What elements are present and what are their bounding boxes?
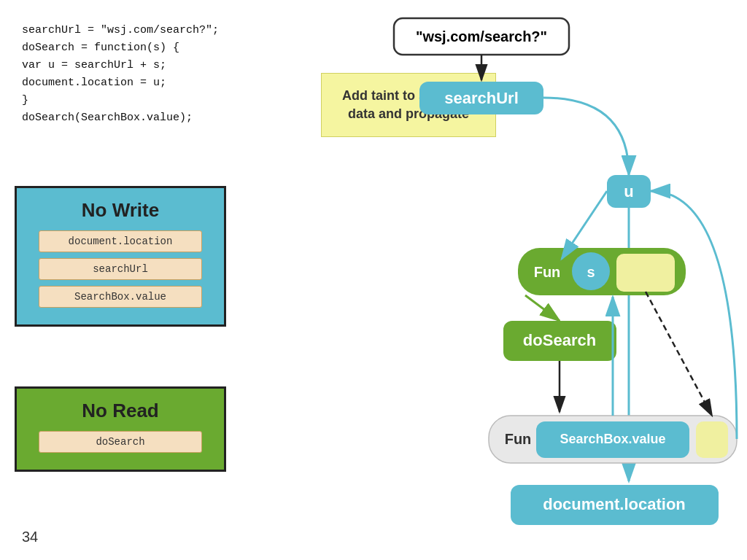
no-read-box: No Read doSearch: [15, 386, 226, 472]
svg-text:SearchBox.value: SearchBox.value: [560, 432, 665, 446]
no-write-item-3: SearchBox.value: [39, 286, 202, 308]
code-line-6: doSearch(SearchBox.value);: [22, 109, 219, 127]
svg-text:u: u: [624, 182, 633, 201]
svg-text:Fun: Fun: [505, 431, 532, 447]
code-block: searchUrl = "wsj.com/search?"; doSearch …: [22, 22, 219, 127]
svg-rect-14: [616, 254, 675, 292]
svg-text:searchUrl: searchUrl: [444, 89, 519, 107]
code-line-2: doSearch = function(s) {: [22, 39, 219, 57]
svg-text:doSearch: doSearch: [523, 331, 596, 349]
svg-text:s: s: [587, 264, 595, 280]
no-write-box: No Write document.location searchUrl Sea…: [15, 186, 226, 327]
svg-line-23: [646, 292, 712, 416]
svg-rect-22: [696, 421, 728, 458]
code-line-5: }: [22, 92, 219, 109]
no-read-title: No Read: [28, 400, 213, 422]
code-line-4: document.location = u;: [22, 74, 219, 92]
no-write-item-2: searchUrl: [39, 258, 202, 280]
svg-text:"wsj.com/search?": "wsj.com/search?": [416, 28, 547, 44]
no-read-item-1: doSearch: [39, 431, 202, 453]
svg-text:Fun: Fun: [534, 264, 561, 280]
no-write-title: No Write: [28, 199, 213, 222]
svg-text:document.location: document.location: [543, 495, 686, 513]
no-write-item-1: document.location: [39, 230, 202, 252]
flow-diagram: "wsj.com/search?" searchUrl u document.l…: [248, 0, 744, 560]
page-number: 34: [22, 529, 38, 545]
code-line-1: searchUrl = "wsj.com/search?";: [22, 22, 219, 39]
code-line-3: var u = searchUrl + s;: [22, 57, 219, 74]
